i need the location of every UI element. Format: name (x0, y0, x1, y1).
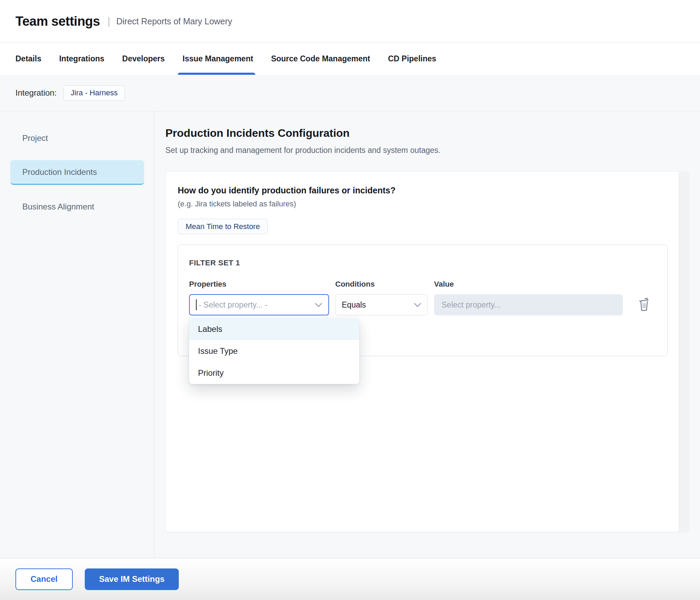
integration-chip[interactable]: Jira - Harness (63, 85, 125, 101)
value-input[interactable] (434, 294, 623, 315)
filter-set-card: FILTER SET 1 Properties Conditions Value… (178, 244, 668, 356)
condition-select-value: Equals (342, 300, 366, 310)
section-subtitle: Set up tracking and management for produ… (165, 146, 689, 155)
page-title: Team settings (15, 14, 100, 29)
tab-issue-management[interactable]: Issue Management (183, 43, 253, 75)
cancel-button[interactable]: Cancel (15, 568, 73, 590)
tab-bar: Details Integrations Developers Issue Ma… (0, 43, 700, 75)
dropdown-option-issue-type[interactable]: Issue Type (189, 340, 359, 362)
integration-row: Integration: Jira - Harness (0, 75, 700, 111)
sidebar-item-business-alignment[interactable]: Business Alignment (10, 194, 144, 219)
tab-details[interactable]: Details (15, 43, 41, 75)
tab-source-code-management[interactable]: Source Code Management (271, 43, 370, 75)
chevron-down-icon (414, 300, 421, 310)
question-hint: (e.g. Jira tickets labeled as failures) (178, 200, 677, 208)
tab-cd-pipelines[interactable]: CD Pipelines (388, 43, 436, 75)
property-select[interactable]: - Select property... - Labels Issue Type… (189, 294, 329, 315)
condition-select[interactable]: Equals (335, 294, 428, 315)
property-dropdown: Labels Issue Type Priority (189, 318, 359, 384)
metric-tab-mean-time-to-restore[interactable]: Mean Time to Restore (178, 219, 268, 234)
chevron-down-icon (315, 300, 322, 310)
column-label-properties: Properties (189, 280, 329, 289)
settings-sidebar: Project Production Incidents Business Al… (0, 111, 154, 558)
text-caret (196, 299, 197, 310)
page-header: Team settings | Direct Reports of Mary L… (0, 0, 700, 43)
column-label-value: Value (434, 280, 623, 289)
section-title: Production Incidents Configuration (165, 127, 689, 140)
title-separator: | (107, 15, 110, 27)
sidebar-item-production-incidents[interactable]: Production Incidents (10, 160, 144, 185)
question-heading: How do you identify production failures … (178, 185, 677, 195)
page-subtitle: Direct Reports of Mary Lowery (116, 16, 232, 26)
tab-developers[interactable]: Developers (122, 43, 165, 75)
trash-icon (637, 297, 651, 313)
card-scrollbar[interactable] (678, 172, 689, 532)
filter-set-title: FILTER SET 1 (189, 259, 656, 267)
delete-filter-button[interactable] (635, 296, 653, 314)
dropdown-option-priority[interactable]: Priority (189, 362, 359, 384)
footer-bar: Cancel Save IM Settings (0, 558, 700, 600)
incidents-config-card: How do you identify production failures … (165, 171, 689, 532)
integration-label: Integration: (15, 88, 57, 98)
dropdown-option-labels[interactable]: Labels (189, 318, 359, 340)
content-area: Integration: Jira - Harness Project Prod… (0, 75, 700, 558)
tab-integrations[interactable]: Integrations (59, 43, 104, 75)
column-label-conditions: Conditions (335, 280, 428, 289)
property-select-placeholder: - Select property... - (199, 300, 311, 310)
save-im-settings-button[interactable]: Save IM Settings (85, 568, 179, 590)
main-panel: Production Incidents Configuration Set u… (154, 111, 700, 558)
sidebar-item-project[interactable]: Project (10, 126, 144, 151)
